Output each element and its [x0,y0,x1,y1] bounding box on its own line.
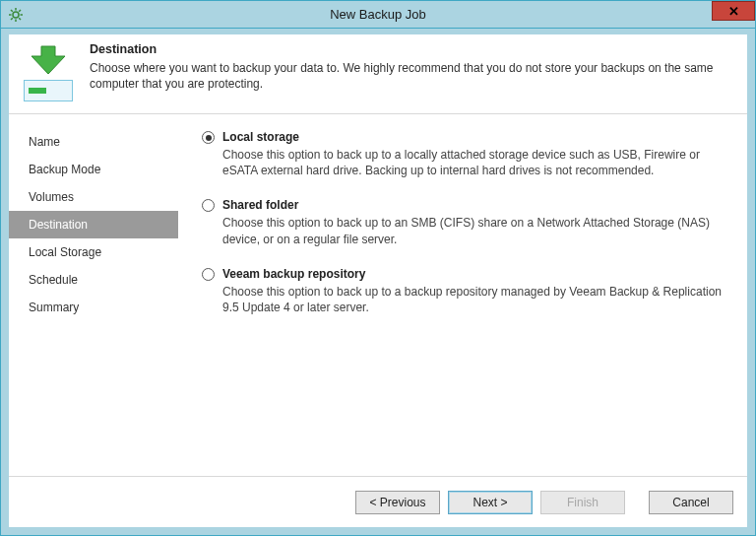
option-title: Local storage [222,130,729,144]
header-text: Destination Choose where you want to bac… [90,42,737,101]
sidebar-item-volumes[interactable]: Volumes [9,183,178,211]
close-button[interactable]: ✕ [712,1,755,21]
radio-veeam-repository[interactable] [202,268,215,281]
option-description: Choose this option to back up to a local… [222,147,729,178]
option-veeam-repository[interactable]: Veeam backup repository Choose this opti… [202,267,729,315]
option-title: Shared folder [222,198,729,212]
option-description: Choose this option to back up to a backu… [222,284,729,315]
next-button[interactable]: Next > [448,491,533,514]
previous-button[interactable]: < Previous [355,491,440,514]
sidebar-item-local-storage[interactable]: Local Storage [9,238,178,266]
drive-icon [24,80,73,101]
option-description: Choose this option to back up to an SMB … [222,215,729,246]
header-icon [21,42,76,101]
wizard-body: Destination Choose where you want to bac… [9,34,747,527]
window-title: New Backup Job [1,7,755,22]
titlebar: New Backup Job ✕ [1,1,755,29]
svg-line-8 [19,10,21,12]
wizard-content: Name Backup Mode Volumes Destination Loc… [9,114,747,476]
step-sidebar: Name Backup Mode Volumes Destination Loc… [9,114,178,476]
sidebar-item-name[interactable]: Name [9,128,178,156]
svg-line-6 [19,18,21,20]
page-title: Destination [90,42,737,56]
arrow-down-icon [28,44,69,76]
radio-shared-folder[interactable] [202,199,215,212]
sidebar-item-backup-mode[interactable]: Backup Mode [9,156,178,183]
sidebar-item-schedule[interactable]: Schedule [9,266,178,294]
finish-button: Finish [540,491,625,514]
wizard-footer: < Previous Next > Finish Cancel [9,476,747,527]
option-shared-folder[interactable]: Shared folder Choose this option to back… [202,198,729,246]
sidebar-item-destination[interactable]: Destination [9,211,178,238]
cancel-button[interactable]: Cancel [649,491,733,514]
app-icon [5,4,27,26]
svg-line-5 [11,10,13,12]
radio-local-storage[interactable] [202,131,215,144]
wizard-window: New Backup Job ✕ Destination Choose wher… [0,0,756,536]
svg-line-7 [11,18,13,20]
options-panel: Local storage Choose this option to back… [178,114,747,476]
page-description: Choose where you want to backup your dat… [90,60,737,92]
sidebar-item-summary[interactable]: Summary [9,294,178,321]
option-title: Veeam backup repository [222,267,729,281]
close-icon: ✕ [728,4,739,19]
svg-point-0 [13,12,19,18]
wizard-header: Destination Choose where you want to bac… [9,34,747,114]
option-local-storage[interactable]: Local storage Choose this option to back… [202,130,729,178]
